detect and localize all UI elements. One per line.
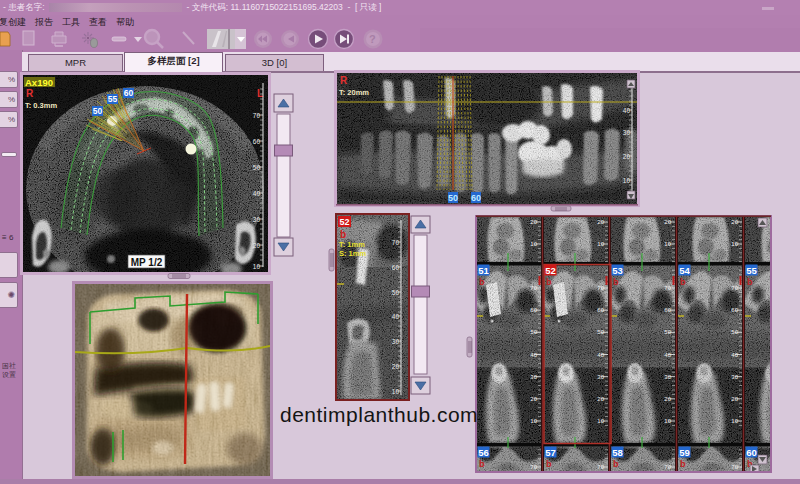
svg-text:?: ? (369, 33, 376, 45)
